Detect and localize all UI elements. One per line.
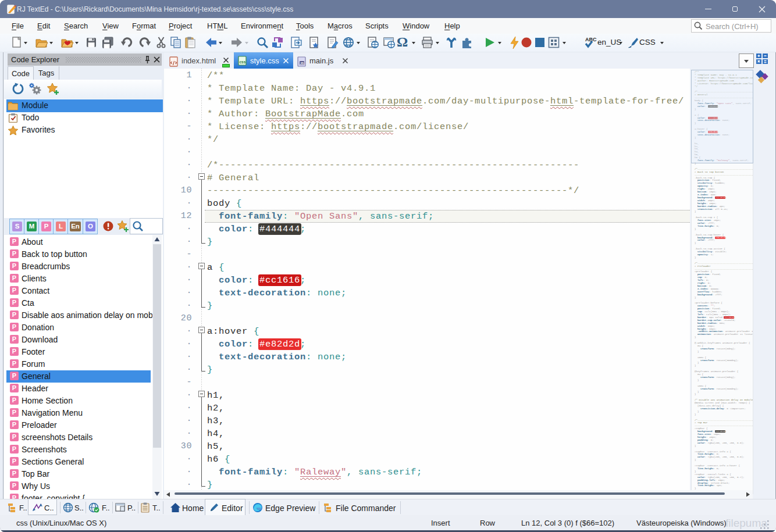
svg-text:JS: JS <box>300 62 304 65</box>
svg-text:css: css <box>240 60 246 64</box>
